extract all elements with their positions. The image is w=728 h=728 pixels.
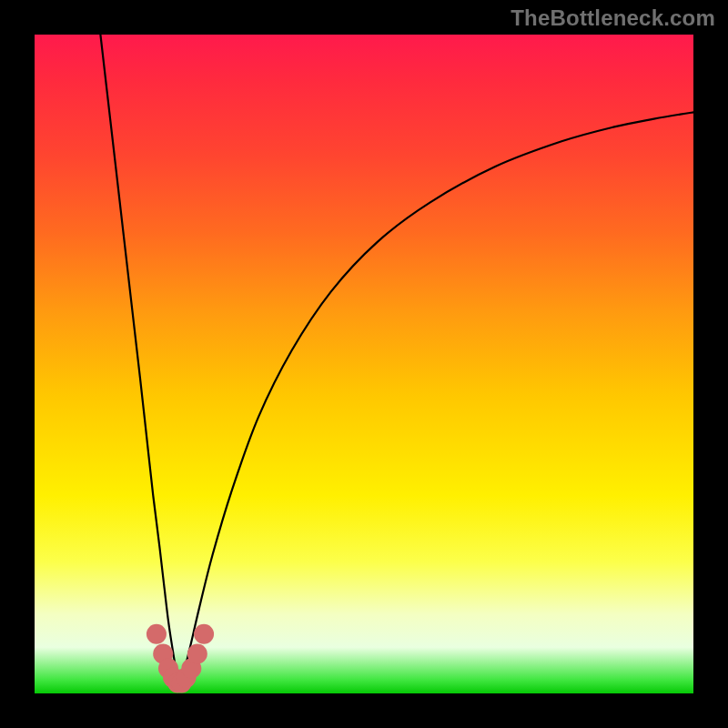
curve-right-branch — [179, 112, 693, 686]
chart-frame: TheBottleneck.com — [0, 0, 728, 728]
chart-svg — [35, 35, 693, 693]
trough-marker — [194, 624, 214, 644]
watermark-text: TheBottleneck.com — [511, 5, 715, 31]
curve-left-branch — [100, 35, 179, 687]
plot-area — [35, 35, 693, 693]
trough-marker — [147, 624, 167, 644]
trough-marker — [187, 644, 207, 664]
